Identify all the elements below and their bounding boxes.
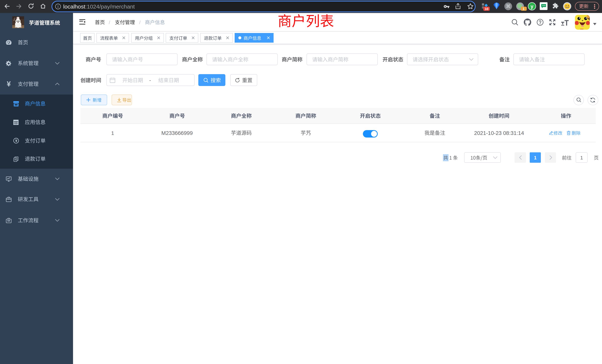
svg-text:⌘: ⌘ [506, 3, 511, 9]
svg-text:y: y [530, 3, 533, 9]
